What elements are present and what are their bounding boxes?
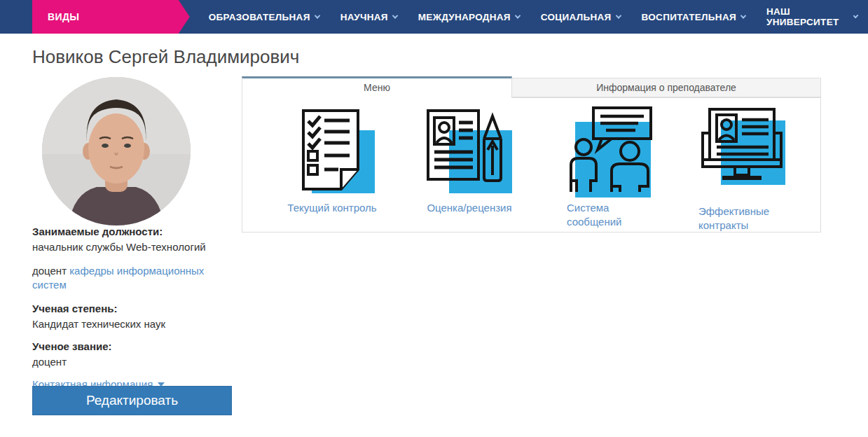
nav-item-social[interactable]: СОЦИАЛЬНАЯ: [530, 0, 631, 34]
checklist-document-icon: [302, 109, 359, 190]
rank-label: Ученое звание:: [32, 340, 223, 354]
nav-item-label: НАШ УНИВЕРСИТЕТ: [766, 6, 849, 27]
card-review[interactable]: Оценка/рецензия: [401, 106, 538, 232]
card-label: Эффективные контракты: [698, 204, 780, 233]
card-label: Система сообщений: [567, 201, 637, 229]
degree-value: Кандидат технических наук: [32, 317, 223, 331]
card-label: Оценка/рецензия: [401, 201, 538, 215]
tab-teacher-info[interactable]: Информация о преподавателе: [512, 78, 821, 97]
chevron-down-icon: [515, 13, 521, 18]
nav-item-label: СОЦИАЛЬНАЯ: [541, 12, 612, 22]
chevron-down-icon: [615, 13, 621, 18]
edit-button[interactable]: Редактировать: [32, 386, 232, 415]
profile-photo: [42, 77, 191, 226]
card-current-control[interactable]: Текущий контроль: [263, 106, 401, 232]
menu-panel-body: Текущий контроль: [242, 97, 821, 233]
tabs: Меню Информация о преподавателе: [242, 76, 821, 97]
nav-item-educational[interactable]: ОБРАЗОВАТЕЛЬНАЯ: [198, 0, 330, 34]
page: ВИДЫ ДЕЯТЕЛЬНОСТИ ОБРАЗОВАТЕЛЬНАЯ НАУЧНА…: [0, 0, 868, 437]
position-text: доцент: [32, 265, 67, 277]
positions-label: Занимаемые должности:: [32, 225, 223, 239]
nav-item-label: ОБРАЗОВАТЕЛЬНАЯ: [209, 12, 310, 22]
page-title: Новиков Сергей Владимирович: [32, 46, 299, 68]
chat-people-icon: [567, 106, 659, 193]
chevron-down-icon: [314, 13, 319, 18]
nav-item-international[interactable]: МЕЖДУНАРОДНАЯ: [408, 0, 530, 34]
nav-item-our-university[interactable]: НАШ УНИВЕРСИТЕТ: [756, 0, 868, 34]
position-value: начальник службы Web-технологий: [32, 240, 223, 254]
card-messaging[interactable]: Система сообщений: [538, 106, 675, 232]
degree-label: Ученая степень:: [32, 302, 223, 316]
nav-item-upbringing[interactable]: ВОСПИТАТЕЛЬНАЯ: [631, 0, 756, 34]
monitor-contract-icon: [698, 108, 785, 186]
icon-wrap: [567, 106, 658, 199]
card-effective-contracts[interactable]: Эффективные контракты: [675, 106, 813, 232]
top-navbar: ВИДЫ ДЕЯТЕЛЬНОСТИ ОБРАЗОВАТЕЛЬНАЯ НАУЧНА…: [0, 0, 868, 34]
nav-item-scientific[interactable]: НАУЧНАЯ: [330, 0, 408, 34]
card-label: Текущий контроль: [263, 201, 401, 215]
resume-pencil-icon: [427, 109, 504, 190]
chevron-down-icon: [853, 13, 858, 19]
icon-wrap: [287, 106, 378, 199]
nav-item-label: МЕЖДУНАРОДНАЯ: [418, 12, 511, 22]
nav-item-label: НАУЧНАЯ: [340, 12, 388, 22]
icon-wrap: [698, 106, 790, 199]
profile-info: Занимаемые должности: начальник службы W…: [32, 225, 223, 391]
nav-menu: ОБРАЗОВАТЕЛЬНАЯ НАУЧНАЯ МЕЖДУНАРОДНАЯ СО…: [198, 0, 868, 34]
avatar: [42, 77, 191, 226]
chevron-down-icon: [740, 13, 746, 18]
nav-item-label: ВОСПИТАТЕЛЬНАЯ: [642, 12, 736, 22]
rank-value: доцент: [32, 355, 223, 369]
tab-menu[interactable]: Меню: [242, 76, 512, 98]
teacher-panel: Меню Информация о преподавателе: [242, 76, 821, 233]
activities-menu-button[interactable]: ВИДЫ ДЕЯТЕЛЬНОСТИ: [32, 0, 190, 34]
position-row: доцент кафедры информационных систем: [32, 264, 223, 292]
icon-wrap: [424, 106, 515, 199]
chevron-down-icon: [392, 13, 398, 18]
